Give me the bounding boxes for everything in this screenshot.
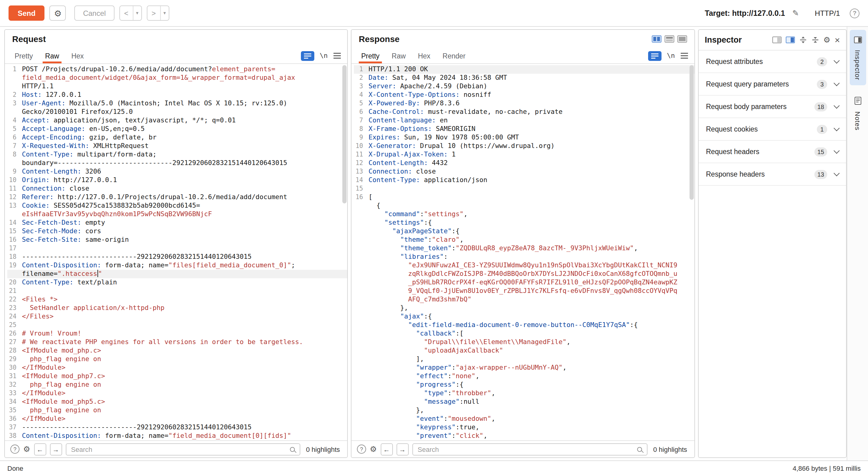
- inspector-settings-button[interactable]: ⚙: [823, 36, 830, 44]
- code-line: 11Connection: close: [7, 185, 347, 193]
- request-settings-button[interactable]: ⚙: [50, 5, 66, 21]
- search-prev-button[interactable]: ←: [34, 443, 46, 455]
- search-settings-icon[interactable]: ⚙: [23, 445, 30, 454]
- code-line: 13Connection: close: [354, 167, 694, 176]
- main-area: Request Pretty Raw Hex \n 1POST /Pr: [0, 27, 868, 461]
- soft-wrap-toggle[interactable]: [301, 51, 314, 61]
- back-history-dropdown[interactable]: ▾: [132, 6, 141, 20]
- search-next-button[interactable]: →: [50, 443, 62, 455]
- code-line: "prevent":"click",: [354, 432, 694, 440]
- line-number: [7, 82, 22, 91]
- expand-all-icon: [799, 36, 807, 43]
- code-line: 5Accept-Language: en-US,en;q=0.5: [7, 125, 347, 133]
- code-line: 1POST /Projects/drupal-10.2.6/media/add/…: [7, 65, 347, 74]
- history-back-button[interactable]: <: [120, 6, 132, 20]
- http-version-label[interactable]: HTTP/1: [815, 9, 840, 18]
- inspector-section-request-query-parameters[interactable]: Request query parameters3: [699, 73, 846, 96]
- tab-response-raw[interactable]: Raw: [385, 48, 412, 63]
- burp-repeater-window: Send ⚙ Cancel < ▾ > ▾ Target: http://127…: [0, 0, 868, 475]
- tab-response-hex[interactable]: Hex: [412, 48, 436, 63]
- request-editor[interactable]: 1POST /Projects/drupal-10.2.6/media/add/…: [5, 64, 347, 440]
- code-line: zqRlkgDdlcFWZoISJP8-ZM40dBBQoOrbX7DYsLJ2…: [354, 270, 694, 278]
- layout-columns-button[interactable]: [652, 35, 661, 43]
- count-badge: 18: [814, 102, 827, 111]
- send-button[interactable]: Send: [8, 5, 45, 21]
- show-newlines-toggle[interactable]: \n: [667, 52, 675, 60]
- code-line: 28<IfModule mod_php.c>: [7, 347, 347, 355]
- code-line: 18-----------------------------292129206…: [7, 253, 347, 261]
- response-scrollbar[interactable]: [689, 65, 694, 439]
- search-field-wrap: [65, 443, 300, 455]
- inspector-section-request-cookies[interactable]: Request cookies1: [699, 118, 846, 141]
- inspector-close-button[interactable]: ×: [835, 35, 840, 44]
- collapse-all-button[interactable]: [811, 36, 819, 43]
- code-line: 22<Files *>: [7, 295, 347, 304]
- code-line: 26# Vroum! Vroum!: [7, 329, 347, 338]
- code-line: 20Content-Type: text/plain: [7, 278, 347, 287]
- inspector-strip-tab[interactable]: Inspector: [849, 30, 866, 85]
- status-metrics: 4,866 bytes | 591 millis: [793, 464, 861, 472]
- tab-request-raw[interactable]: Raw: [39, 48, 65, 63]
- line-number: 34: [7, 398, 22, 406]
- edit-target-icon[interactable]: ✎: [793, 8, 799, 18]
- line-number: 6: [354, 108, 369, 116]
- request-scrollbar[interactable]: [342, 65, 347, 439]
- tab-request-hex[interactable]: Hex: [65, 48, 90, 63]
- code-line: "command":"settings",: [354, 210, 694, 219]
- editor-menu-button[interactable]: [333, 52, 341, 59]
- line-number: 9: [354, 133, 369, 142]
- line-number: 3: [354, 82, 369, 91]
- soft-wrap-toggle[interactable]: [648, 51, 661, 61]
- code-line: 9Expires: Sun, 19 Nov 1978 05:00:00 GMT: [354, 133, 694, 142]
- notes-strip-tab[interactable]: Notes: [849, 91, 866, 135]
- search-settings-icon[interactable]: ⚙: [370, 445, 377, 454]
- inspector-section-request-body-parameters[interactable]: Request body parameters18: [699, 96, 846, 118]
- line-number: 35: [7, 406, 22, 415]
- gear-icon: ⚙: [823, 36, 830, 44]
- inspector-dock-left-button[interactable]: [772, 36, 781, 43]
- search-options-icon[interactable]: ?: [357, 445, 366, 454]
- help-icon[interactable]: ?: [850, 8, 860, 18]
- inspector-sections: Request attributes2Request query paramet…: [699, 51, 846, 186]
- request-search-input[interactable]: [65, 443, 300, 455]
- inspector-section-request-attributes[interactable]: Request attributes2: [699, 51, 846, 73]
- expand-all-button[interactable]: [799, 36, 807, 43]
- line-number: 7: [7, 142, 22, 150]
- back-button-group: < ▾: [119, 5, 142, 21]
- response-search-input[interactable]: [412, 443, 648, 455]
- scrollbar-thumb[interactable]: [342, 65, 347, 203]
- tab-request-pretty[interactable]: Pretty: [8, 48, 39, 63]
- code-line: 23 SetHandler application/x-httpd-php: [7, 304, 347, 312]
- code-line: Gecko/20100101 Firefox/125.0: [7, 108, 347, 116]
- show-newlines-toggle[interactable]: \n: [320, 52, 328, 60]
- chevron-down-icon: [834, 80, 840, 86]
- history-forward-button[interactable]: >: [147, 6, 160, 20]
- search-options-icon[interactable]: ?: [10, 445, 20, 454]
- response-search-bar: ? ⚙ ← → 0 highlights: [351, 440, 694, 457]
- code-line: 25: [7, 321, 347, 329]
- search-next-button[interactable]: →: [396, 443, 408, 455]
- code-line: "event":"mousedown",: [354, 415, 694, 423]
- cancel-button[interactable]: Cancel: [74, 5, 115, 21]
- code-line: 11X-Drupal-Ajax-Token: 1: [354, 150, 694, 159]
- inspector-section-request-headers[interactable]: Request headers15: [699, 141, 846, 163]
- line-number: [354, 372, 369, 381]
- inspector-section-response-headers[interactable]: Response headers13: [699, 163, 846, 186]
- code-line: 8Content-Type: multipart/form-data;: [7, 150, 347, 159]
- tab-response-pretty[interactable]: Pretty: [355, 48, 385, 63]
- inspector-dock-right-button[interactable]: [785, 36, 795, 43]
- section-label: Request query parameters: [706, 81, 817, 88]
- search-prev-button[interactable]: ←: [380, 443, 393, 455]
- forward-history-dropdown[interactable]: ▾: [160, 6, 168, 20]
- tab-response-render[interactable]: Render: [436, 48, 471, 63]
- layout-rows-button[interactable]: [664, 35, 674, 43]
- code-line: },: [354, 406, 694, 415]
- scrollbar-thumb[interactable]: [689, 65, 694, 200]
- response-editor[interactable]: 1HTTP/1.1 200 OK2Date: Sat, 04 May 2024 …: [351, 64, 694, 440]
- code-line: 31<IfModule mod_php7.c>: [7, 372, 347, 381]
- line-number: [354, 423, 369, 432]
- layout-single-button[interactable]: [677, 35, 687, 43]
- line-number: 22: [7, 295, 22, 304]
- editor-menu-button[interactable]: [680, 52, 688, 59]
- count-badge: 13: [814, 169, 827, 179]
